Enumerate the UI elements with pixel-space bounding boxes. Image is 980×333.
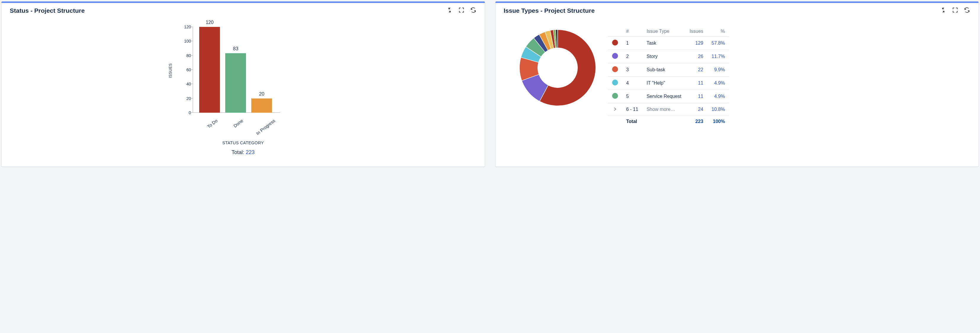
panel-body: ISSUES 020406080100120120To Do83Done20In… bbox=[2, 17, 485, 162]
bar-ytick: 0 bbox=[179, 110, 191, 115]
row-type: Task bbox=[642, 36, 685, 50]
bar-value-label: 20 bbox=[259, 91, 264, 97]
row-rank: 4 bbox=[622, 76, 643, 90]
collapse-icon[interactable] bbox=[940, 7, 947, 14]
panel-title: Issue Types - Project Structure bbox=[504, 7, 595, 14]
bar-ylabel: ISSUES bbox=[168, 63, 173, 78]
row-type: Story bbox=[642, 50, 685, 63]
collapse-icon[interactable] bbox=[446, 7, 453, 14]
legend-dot bbox=[612, 40, 618, 46]
col-rank: # bbox=[622, 26, 643, 36]
bar-ytick: 120 bbox=[179, 25, 191, 29]
bar-category-label: To Do bbox=[206, 118, 218, 129]
row-issues[interactable]: 11 bbox=[686, 76, 707, 90]
row-rank: 3 bbox=[622, 63, 643, 76]
panel-actions bbox=[940, 7, 970, 14]
bar-category-label: In Progress bbox=[255, 118, 276, 136]
row-pct[interactable]: 9.9% bbox=[707, 63, 729, 76]
bar-rect bbox=[225, 53, 246, 113]
show-more-label[interactable]: Show more… bbox=[642, 103, 685, 116]
row-issues[interactable]: 129 bbox=[686, 36, 707, 50]
row-type: IT "Help" bbox=[642, 76, 685, 90]
show-more-row[interactable]: 6 - 11Show more…2410.8% bbox=[608, 103, 729, 116]
fullscreen-icon[interactable] bbox=[952, 7, 958, 14]
refresh-icon[interactable] bbox=[964, 7, 970, 14]
bar-ytick: 60 bbox=[179, 67, 191, 72]
bar-ytick: 80 bbox=[179, 53, 191, 58]
total-row: Total223100% bbox=[608, 116, 729, 127]
row-rank: 2 bbox=[622, 50, 643, 63]
bar-value-label: 120 bbox=[206, 20, 214, 25]
panel-body: # Issue Type Issues % 1Task12957.8%2Stor… bbox=[495, 17, 979, 136]
table-row[interactable]: 2Story2611.7% bbox=[608, 50, 729, 63]
fullscreen-icon[interactable] bbox=[458, 7, 465, 14]
row-issues[interactable]: 26 bbox=[686, 50, 707, 63]
legend-dot bbox=[612, 79, 618, 86]
bar-category-label: Done bbox=[233, 118, 244, 128]
row-pct[interactable]: 4.9% bbox=[707, 76, 729, 90]
total-label: Total bbox=[622, 116, 686, 127]
row-rank: 1 bbox=[622, 36, 643, 50]
bar-value-label: 83 bbox=[233, 46, 238, 51]
legend-dot bbox=[612, 53, 618, 59]
panel-title: Status - Project Structure bbox=[10, 7, 85, 14]
more-rank: 6 - 11 bbox=[622, 103, 643, 116]
issuetypes-panel: Issue Types - Project Structure bbox=[495, 1, 979, 167]
total-pct: 100% bbox=[707, 116, 729, 127]
more-issues[interactable]: 24 bbox=[686, 103, 707, 116]
row-rank: 5 bbox=[622, 90, 643, 103]
col-type: Issue Type bbox=[642, 26, 685, 36]
row-type: Sub-task bbox=[642, 63, 685, 76]
total-issues: 223 bbox=[686, 116, 707, 127]
col-issues: Issues bbox=[686, 26, 707, 36]
row-type: Service Request bbox=[642, 90, 685, 103]
issuetypes-table: # Issue Type Issues % 1Task12957.8%2Stor… bbox=[608, 26, 729, 127]
bar-item[interactable]: 83Done bbox=[225, 53, 246, 113]
bar-rect bbox=[199, 27, 220, 113]
table-row[interactable]: 4IT "Help"114.9% bbox=[608, 76, 729, 90]
table-row[interactable]: 1Task12957.8% bbox=[608, 36, 729, 50]
row-issues[interactable]: 11 bbox=[686, 90, 707, 103]
panel-header: Status - Project Structure bbox=[2, 2, 485, 17]
bar-chart: ISSUES 020406080100120120To Do83Done20In… bbox=[7, 21, 479, 155]
bar-ytick: 100 bbox=[179, 39, 191, 43]
bar-item[interactable]: 20In Progress bbox=[251, 98, 272, 113]
table-row[interactable]: 5Service Request114.9% bbox=[608, 90, 729, 103]
table-row[interactable]: 3Sub-task229.9% bbox=[608, 63, 729, 76]
legend-dot bbox=[612, 66, 618, 72]
legend-dot bbox=[612, 93, 618, 99]
col-pct: % bbox=[707, 26, 729, 36]
more-pct[interactable]: 10.8% bbox=[707, 103, 729, 116]
bar-total: Total: 223 bbox=[231, 149, 255, 155]
status-panel: Status - Project Structure ISSUES 020406… bbox=[1, 1, 485, 167]
bar-total-link[interactable]: 223 bbox=[246, 149, 255, 155]
donut-chart bbox=[516, 26, 599, 109]
panel-header: Issue Types - Project Structure bbox=[495, 2, 979, 17]
bar-xlabel: STATUS CATEGORY bbox=[222, 141, 264, 145]
chevron-right-icon[interactable] bbox=[612, 106, 618, 112]
bar-rect bbox=[251, 98, 272, 113]
row-pct[interactable]: 11.7% bbox=[707, 50, 729, 63]
bar-item[interactable]: 120To Do bbox=[199, 27, 220, 113]
bar-ytick: 20 bbox=[179, 96, 191, 101]
row-issues[interactable]: 22 bbox=[686, 63, 707, 76]
refresh-icon[interactable] bbox=[470, 7, 477, 14]
panel-actions bbox=[446, 7, 477, 14]
row-pct[interactable]: 4.9% bbox=[707, 90, 729, 103]
bar-ytick: 40 bbox=[179, 82, 191, 86]
row-pct[interactable]: 57.8% bbox=[707, 36, 729, 50]
